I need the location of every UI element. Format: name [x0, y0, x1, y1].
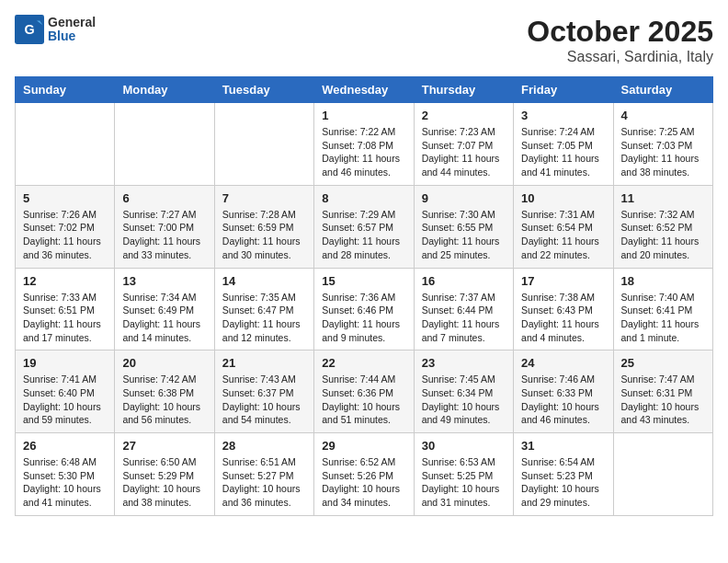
calendar-cell: 13Sunrise: 7:34 AM Sunset: 6:49 PM Dayli…: [115, 268, 214, 350]
calendar-cell: [16, 103, 115, 186]
day-info: Sunrise: 7:28 AM Sunset: 6:59 PM Dayligh…: [222, 208, 306, 262]
day-number: 28: [222, 439, 306, 453]
day-header-wednesday: Wednesday: [314, 77, 414, 103]
day-info: Sunrise: 7:38 AM Sunset: 6:43 PM Dayligh…: [521, 291, 605, 345]
day-info: Sunrise: 7:32 AM Sunset: 6:52 PM Dayligh…: [621, 208, 705, 262]
logo-text: General Blue: [48, 16, 96, 44]
calendar-week-row: 1Sunrise: 7:22 AM Sunset: 7:08 PM Daylig…: [16, 103, 713, 186]
day-info: Sunrise: 7:26 AM Sunset: 7:02 PM Dayligh…: [23, 208, 107, 262]
day-number: 31: [521, 439, 605, 453]
calendar-cell: 21Sunrise: 7:43 AM Sunset: 6:37 PM Dayli…: [214, 350, 313, 433]
day-info: Sunrise: 7:33 AM Sunset: 6:51 PM Dayligh…: [23, 291, 107, 345]
day-info: Sunrise: 7:30 AM Sunset: 6:55 PM Dayligh…: [422, 208, 506, 262]
day-number: 1: [322, 109, 405, 122]
calendar-cell: 26Sunrise: 6:48 AM Sunset: 5:30 PM Dayli…: [16, 433, 115, 516]
day-info: Sunrise: 6:52 AM Sunset: 5:26 PM Dayligh…: [322, 455, 405, 510]
day-number: 23: [422, 356, 506, 370]
calendar-cell: 25Sunrise: 7:47 AM Sunset: 6:31 PM Dayli…: [613, 350, 712, 433]
day-info: Sunrise: 7:25 AM Sunset: 7:03 PM Dayligh…: [621, 125, 705, 179]
day-number: 9: [422, 191, 506, 205]
calendar-cell: 6Sunrise: 7:27 AM Sunset: 7:00 PM Daylig…: [115, 185, 214, 268]
calendar-cell: 14Sunrise: 7:35 AM Sunset: 6:47 PM Dayli…: [214, 268, 313, 350]
calendar-cell: [613, 433, 712, 516]
calendar-table: SundayMondayTuesdayWednesdayThursdayFrid…: [15, 76, 713, 516]
calendar-cell: 12Sunrise: 7:33 AM Sunset: 6:51 PM Dayli…: [16, 268, 115, 350]
day-number: 6: [122, 191, 206, 205]
calendar-header-row: SundayMondayTuesdayWednesdayThursdayFrid…: [16, 77, 713, 103]
calendar-cell: 17Sunrise: 7:38 AM Sunset: 6:43 PM Dayli…: [514, 268, 613, 350]
calendar-cell: 29Sunrise: 6:52 AM Sunset: 5:26 PM Dayli…: [314, 433, 414, 516]
day-number: 18: [621, 274, 705, 288]
day-number: 30: [422, 439, 506, 453]
day-number: 22: [322, 356, 405, 370]
calendar-cell: 30Sunrise: 6:53 AM Sunset: 5:25 PM Dayli…: [414, 433, 513, 516]
day-number: 5: [23, 191, 107, 205]
day-info: Sunrise: 7:45 AM Sunset: 6:34 PM Dayligh…: [422, 373, 506, 427]
page-header: G General Blue October 2025 Sassari, Sar…: [15, 15, 713, 65]
day-number: 14: [222, 274, 306, 288]
day-info: Sunrise: 6:48 AM Sunset: 5:30 PM Dayligh…: [23, 455, 107, 510]
day-header-sunday: Sunday: [16, 77, 115, 103]
day-info: Sunrise: 7:40 AM Sunset: 6:41 PM Dayligh…: [621, 291, 705, 345]
calendar-cell: 27Sunrise: 6:50 AM Sunset: 5:29 PM Dayli…: [115, 433, 214, 516]
calendar-cell: 28Sunrise: 6:51 AM Sunset: 5:27 PM Dayli…: [214, 433, 313, 516]
day-info: Sunrise: 7:35 AM Sunset: 6:47 PM Dayligh…: [222, 291, 306, 345]
calendar-cell: 11Sunrise: 7:32 AM Sunset: 6:52 PM Dayli…: [613, 185, 712, 268]
day-number: 25: [621, 356, 705, 370]
day-info: Sunrise: 6:51 AM Sunset: 5:27 PM Dayligh…: [222, 455, 306, 510]
day-number: 12: [23, 274, 107, 288]
day-info: Sunrise: 7:42 AM Sunset: 6:38 PM Dayligh…: [122, 373, 206, 427]
day-number: 21: [222, 356, 306, 370]
calendar-cell: 16Sunrise: 7:37 AM Sunset: 6:44 PM Dayli…: [414, 268, 513, 350]
day-info: Sunrise: 7:47 AM Sunset: 6:31 PM Dayligh…: [621, 373, 705, 427]
calendar-cell: 15Sunrise: 7:36 AM Sunset: 6:46 PM Dayli…: [314, 268, 414, 350]
day-info: Sunrise: 7:44 AM Sunset: 6:36 PM Dayligh…: [322, 373, 405, 427]
day-info: Sunrise: 7:31 AM Sunset: 6:54 PM Dayligh…: [521, 208, 605, 262]
day-info: Sunrise: 6:54 AM Sunset: 5:23 PM Dayligh…: [521, 455, 605, 510]
day-number: 16: [422, 274, 506, 288]
calendar-cell: 2Sunrise: 7:23 AM Sunset: 7:07 PM Daylig…: [414, 103, 513, 186]
day-number: 15: [322, 274, 405, 288]
logo-blue: Blue: [48, 29, 96, 43]
calendar-cell: 18Sunrise: 7:40 AM Sunset: 6:41 PM Dayli…: [613, 268, 712, 350]
day-info: Sunrise: 7:41 AM Sunset: 6:40 PM Dayligh…: [23, 373, 107, 427]
calendar-cell: 31Sunrise: 6:54 AM Sunset: 5:23 PM Dayli…: [514, 433, 613, 516]
calendar-title: October 2025: [527, 15, 713, 49]
day-info: Sunrise: 7:23 AM Sunset: 7:07 PM Dayligh…: [422, 125, 506, 179]
day-number: 24: [521, 356, 605, 370]
calendar-cell: 10Sunrise: 7:31 AM Sunset: 6:54 PM Dayli…: [514, 185, 613, 268]
day-number: 10: [521, 191, 605, 205]
calendar-week-row: 5Sunrise: 7:26 AM Sunset: 7:02 PM Daylig…: [16, 185, 713, 268]
calendar-cell: 9Sunrise: 7:30 AM Sunset: 6:55 PM Daylig…: [414, 185, 513, 268]
day-info: Sunrise: 6:53 AM Sunset: 5:25 PM Dayligh…: [422, 455, 506, 510]
logo-general: General: [48, 16, 96, 29]
calendar-cell: 24Sunrise: 7:46 AM Sunset: 6:33 PM Dayli…: [514, 350, 613, 433]
calendar-cell: 19Sunrise: 7:41 AM Sunset: 6:40 PM Dayli…: [16, 350, 115, 433]
day-header-monday: Monday: [115, 77, 214, 103]
day-info: Sunrise: 6:50 AM Sunset: 5:29 PM Dayligh…: [122, 455, 206, 510]
day-info: Sunrise: 7:43 AM Sunset: 6:37 PM Dayligh…: [222, 373, 306, 427]
calendar-cell: 20Sunrise: 7:42 AM Sunset: 6:38 PM Dayli…: [115, 350, 214, 433]
day-info: Sunrise: 7:34 AM Sunset: 6:49 PM Dayligh…: [122, 291, 206, 345]
calendar-cell: 7Sunrise: 7:28 AM Sunset: 6:59 PM Daylig…: [214, 185, 313, 268]
calendar-cell: 3Sunrise: 7:24 AM Sunset: 7:05 PM Daylig…: [514, 103, 613, 186]
calendar-week-row: 19Sunrise: 7:41 AM Sunset: 6:40 PM Dayli…: [16, 350, 713, 433]
day-number: 27: [122, 439, 206, 453]
svg-text:G: G: [24, 22, 34, 37]
day-header-tuesday: Tuesday: [214, 77, 313, 103]
calendar-cell: 8Sunrise: 7:29 AM Sunset: 6:57 PM Daylig…: [314, 185, 414, 268]
calendar-week-row: 26Sunrise: 6:48 AM Sunset: 5:30 PM Dayli…: [16, 433, 713, 516]
calendar-week-row: 12Sunrise: 7:33 AM Sunset: 6:51 PM Dayli…: [16, 268, 713, 350]
calendar-cell: 23Sunrise: 7:45 AM Sunset: 6:34 PM Dayli…: [414, 350, 513, 433]
day-number: 19: [23, 356, 107, 370]
day-info: Sunrise: 7:22 AM Sunset: 7:08 PM Dayligh…: [322, 125, 405, 179]
day-number: 8: [322, 191, 405, 205]
day-number: 26: [23, 439, 107, 453]
calendar-cell: [214, 103, 313, 186]
day-info: Sunrise: 7:36 AM Sunset: 6:46 PM Dayligh…: [322, 291, 405, 345]
day-info: Sunrise: 7:37 AM Sunset: 6:44 PM Dayligh…: [422, 291, 506, 345]
day-number: 4: [621, 109, 705, 122]
day-number: 7: [222, 191, 306, 205]
logo: G General Blue: [15, 15, 96, 44]
day-number: 17: [521, 274, 605, 288]
